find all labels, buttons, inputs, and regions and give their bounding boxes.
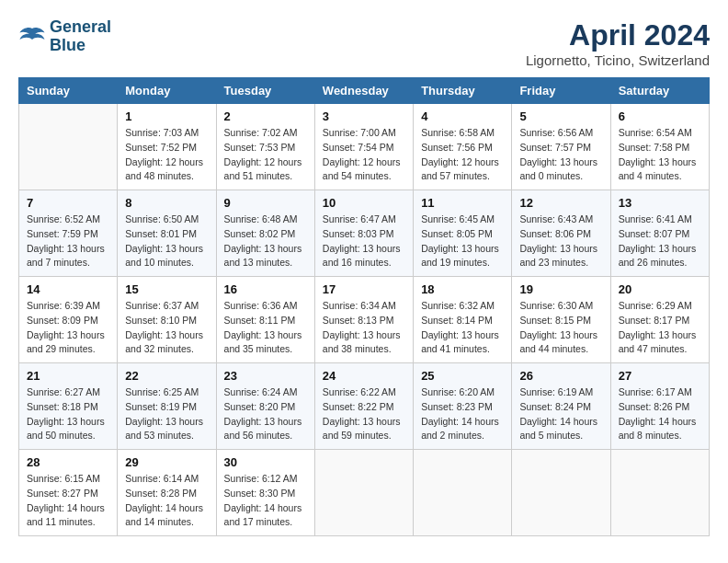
day-info: Sunrise: 6:17 AM Sunset: 8:26 PM Dayligh… <box>619 385 701 443</box>
calendar-cell: 15Sunrise: 6:37 AM Sunset: 8:10 PM Dayli… <box>118 277 216 363</box>
calendar-header-row: SundayMondayTuesdayWednesdayThursdayFrid… <box>19 78 710 104</box>
day-number: 12 <box>519 196 602 210</box>
day-number: 21 <box>27 369 109 383</box>
calendar-cell: 4Sunrise: 6:58 AM Sunset: 7:56 PM Daylig… <box>414 104 512 190</box>
logo-text: General Blue <box>50 18 111 55</box>
logo: General Blue <box>18 18 111 55</box>
weekday-header: Saturday <box>610 78 709 104</box>
title-block: April 2024 Ligornetto, Ticino, Switzerla… <box>526 18 710 68</box>
day-info: Sunrise: 6:36 AM Sunset: 8:11 PM Dayligh… <box>224 299 307 357</box>
day-number: 1 <box>125 109 208 123</box>
location-subtitle: Ligornetto, Ticino, Switzerland <box>526 52 710 68</box>
calendar-cell: 16Sunrise: 6:36 AM Sunset: 8:11 PM Dayli… <box>216 277 314 363</box>
calendar-cell: 18Sunrise: 6:32 AM Sunset: 8:14 PM Dayli… <box>414 277 512 363</box>
calendar-cell: 13Sunrise: 6:41 AM Sunset: 8:07 PM Dayli… <box>610 190 709 277</box>
calendar-week-row: 14Sunrise: 6:39 AM Sunset: 8:09 PM Dayli… <box>19 277 710 363</box>
weekday-header: Friday <box>512 78 610 104</box>
calendar-cell: 10Sunrise: 6:47 AM Sunset: 8:03 PM Dayli… <box>314 190 413 277</box>
day-info: Sunrise: 6:50 AM Sunset: 8:01 PM Dayligh… <box>125 213 208 270</box>
day-number: 11 <box>421 196 504 210</box>
day-number: 28 <box>27 455 109 469</box>
calendar-week-row: 28Sunrise: 6:15 AM Sunset: 8:27 PM Dayli… <box>19 450 710 536</box>
day-info: Sunrise: 6:19 AM Sunset: 8:24 PM Dayligh… <box>519 385 602 443</box>
calendar-week-row: 21Sunrise: 6:27 AM Sunset: 8:18 PM Dayli… <box>19 363 710 450</box>
day-number: 23 <box>224 369 307 383</box>
calendar-cell: 11Sunrise: 6:45 AM Sunset: 8:05 PM Dayli… <box>414 190 512 277</box>
calendar-cell: 27Sunrise: 6:17 AM Sunset: 8:26 PM Dayli… <box>610 363 709 450</box>
day-number: 27 <box>619 369 701 383</box>
day-info: Sunrise: 6:24 AM Sunset: 8:20 PM Dayligh… <box>224 385 307 443</box>
logo-line1: General <box>50 17 111 36</box>
page-header: General Blue April 2024 Ligornetto, Tici… <box>18 18 710 68</box>
month-title: April 2024 <box>526 18 710 52</box>
day-info: Sunrise: 6:37 AM Sunset: 8:10 PM Dayligh… <box>125 299 208 357</box>
calendar-cell: 22Sunrise: 6:25 AM Sunset: 8:19 PM Dayli… <box>118 363 216 450</box>
logo-icon <box>18 23 46 51</box>
day-info: Sunrise: 6:15 AM Sunset: 8:27 PM Dayligh… <box>27 472 109 530</box>
day-number: 26 <box>519 369 602 383</box>
day-info: Sunrise: 6:41 AM Sunset: 8:07 PM Dayligh… <box>619 213 701 270</box>
day-info: Sunrise: 6:39 AM Sunset: 8:09 PM Dayligh… <box>27 299 109 357</box>
calendar-cell: 25Sunrise: 6:20 AM Sunset: 8:23 PM Dayli… <box>414 363 512 450</box>
day-info: Sunrise: 6:14 AM Sunset: 8:28 PM Dayligh… <box>125 472 208 530</box>
day-info: Sunrise: 6:34 AM Sunset: 8:13 PM Dayligh… <box>323 299 405 357</box>
day-number: 15 <box>125 282 208 296</box>
calendar-cell: 14Sunrise: 6:39 AM Sunset: 8:09 PM Dayli… <box>19 277 118 363</box>
day-info: Sunrise: 6:45 AM Sunset: 8:05 PM Dayligh… <box>421 213 504 270</box>
calendar-cell <box>414 450 512 536</box>
calendar-cell: 8Sunrise: 6:50 AM Sunset: 8:01 PM Daylig… <box>118 190 216 277</box>
calendar-cell: 29Sunrise: 6:14 AM Sunset: 8:28 PM Dayli… <box>118 450 216 536</box>
weekday-header: Sunday <box>19 78 118 104</box>
day-info: Sunrise: 6:29 AM Sunset: 8:17 PM Dayligh… <box>619 299 701 357</box>
day-info: Sunrise: 6:27 AM Sunset: 8:18 PM Dayligh… <box>27 385 109 443</box>
day-number: 9 <box>224 196 307 210</box>
calendar-cell: 17Sunrise: 6:34 AM Sunset: 8:13 PM Dayli… <box>314 277 413 363</box>
calendar-cell: 24Sunrise: 6:22 AM Sunset: 8:22 PM Dayli… <box>314 363 413 450</box>
day-number: 24 <box>323 369 405 383</box>
day-number: 19 <box>519 282 602 296</box>
calendar-cell: 6Sunrise: 6:54 AM Sunset: 7:58 PM Daylig… <box>610 104 709 190</box>
day-info: Sunrise: 6:52 AM Sunset: 7:59 PM Dayligh… <box>27 213 109 270</box>
logo-line2: Blue <box>50 36 85 54</box>
calendar-cell <box>19 104 118 190</box>
day-info: Sunrise: 6:48 AM Sunset: 8:02 PM Dayligh… <box>224 213 307 270</box>
day-number: 29 <box>125 455 208 469</box>
calendar-cell: 23Sunrise: 6:24 AM Sunset: 8:20 PM Dayli… <box>216 363 314 450</box>
day-info: Sunrise: 6:47 AM Sunset: 8:03 PM Dayligh… <box>323 213 405 270</box>
day-number: 5 <box>519 109 602 123</box>
calendar-cell: 30Sunrise: 6:12 AM Sunset: 8:30 PM Dayli… <box>216 450 314 536</box>
day-number: 25 <box>421 369 504 383</box>
day-number: 3 <box>323 109 405 123</box>
day-number: 22 <box>125 369 208 383</box>
calendar-cell: 1Sunrise: 7:03 AM Sunset: 7:52 PM Daylig… <box>118 104 216 190</box>
day-info: Sunrise: 6:30 AM Sunset: 8:15 PM Dayligh… <box>519 299 602 357</box>
day-info: Sunrise: 6:43 AM Sunset: 8:06 PM Dayligh… <box>519 213 602 270</box>
day-info: Sunrise: 6:54 AM Sunset: 7:58 PM Dayligh… <box>619 126 701 184</box>
day-info: Sunrise: 6:22 AM Sunset: 8:22 PM Dayligh… <box>323 385 405 443</box>
day-number: 7 <box>27 196 109 210</box>
calendar-cell: 5Sunrise: 6:56 AM Sunset: 7:57 PM Daylig… <box>512 104 610 190</box>
day-info: Sunrise: 6:56 AM Sunset: 7:57 PM Dayligh… <box>519 126 602 184</box>
day-number: 14 <box>27 282 109 296</box>
calendar-cell: 3Sunrise: 7:00 AM Sunset: 7:54 PM Daylig… <box>314 104 413 190</box>
calendar-cell: 26Sunrise: 6:19 AM Sunset: 8:24 PM Dayli… <box>512 363 610 450</box>
day-info: Sunrise: 7:03 AM Sunset: 7:52 PM Dayligh… <box>125 126 208 184</box>
day-info: Sunrise: 6:20 AM Sunset: 8:23 PM Dayligh… <box>421 385 504 443</box>
day-number: 20 <box>619 282 701 296</box>
calendar-cell: 12Sunrise: 6:43 AM Sunset: 8:06 PM Dayli… <box>512 190 610 277</box>
calendar-week-row: 1Sunrise: 7:03 AM Sunset: 7:52 PM Daylig… <box>19 104 710 190</box>
day-info: Sunrise: 6:25 AM Sunset: 8:19 PM Dayligh… <box>125 385 208 443</box>
calendar-week-row: 7Sunrise: 6:52 AM Sunset: 7:59 PM Daylig… <box>19 190 710 277</box>
day-number: 2 <box>224 109 307 123</box>
day-info: Sunrise: 6:58 AM Sunset: 7:56 PM Dayligh… <box>421 126 504 184</box>
day-info: Sunrise: 6:32 AM Sunset: 8:14 PM Dayligh… <box>421 299 504 357</box>
calendar-table: SundayMondayTuesdayWednesdayThursdayFrid… <box>18 77 710 536</box>
day-number: 13 <box>619 196 701 210</box>
weekday-header: Wednesday <box>314 78 413 104</box>
calendar-cell: 9Sunrise: 6:48 AM Sunset: 8:02 PM Daylig… <box>216 190 314 277</box>
day-number: 16 <box>224 282 307 296</box>
calendar-cell: 21Sunrise: 6:27 AM Sunset: 8:18 PM Dayli… <box>19 363 118 450</box>
calendar-cell: 28Sunrise: 6:15 AM Sunset: 8:27 PM Dayli… <box>19 450 118 536</box>
calendar-cell <box>610 450 709 536</box>
calendar-cell: 7Sunrise: 6:52 AM Sunset: 7:59 PM Daylig… <box>19 190 118 277</box>
